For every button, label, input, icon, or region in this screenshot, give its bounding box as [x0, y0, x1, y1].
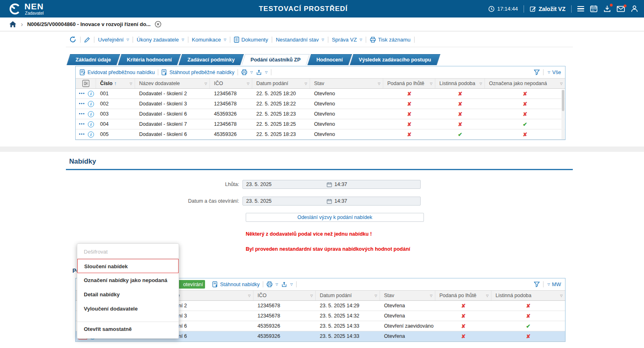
- column-header-ico[interactable]: IČO▽: [253, 291, 316, 300]
- divider: [263, 281, 263, 287]
- column-header-nepodana[interactable]: Označena jako nepodaná▽: [485, 79, 565, 88]
- calendar-small-icon[interactable]: [327, 199, 332, 204]
- table-row[interactable]: •••i 001 Dodavatel - školení 2 12345678 …: [76, 89, 565, 99]
- filter-toggle-icon[interactable]: ▽: [560, 294, 563, 298]
- column-header-ico[interactable]: IČO▽: [210, 79, 252, 88]
- cell-listinna: ✘: [435, 119, 485, 129]
- stahnout-predbezne-nabidky-button[interactable]: Stáhnout předběžné nabídky: [162, 69, 234, 75]
- session-clock: 17:14:44: [488, 6, 518, 12]
- menu-item-slouceni-nabidek[interactable]: Sloučení nabídek: [77, 259, 179, 273]
- tab-zadavaci-podminky[interactable]: Zadávací podmínky: [179, 54, 244, 65]
- otevirani-date-value[interactable]: 23. 5. 2025: [243, 198, 327, 204]
- menu-komunikace[interactable]: Komunikace▽: [192, 37, 227, 43]
- filter-icon[interactable]: [534, 69, 540, 75]
- otevirani-input[interactable]: 23. 5. 2025 14:37: [242, 197, 421, 206]
- cell-datum: 22. 5. 2025 18:23: [252, 129, 310, 139]
- table-row[interactable]: •••i 005 Dodavatel - školení 6 45359326 …: [76, 129, 565, 140]
- column-header-stav[interactable]: Stav▽: [380, 291, 435, 300]
- menu-item-vylouceni-dodavatele[interactable]: Vyloučení dodavatele: [77, 302, 179, 316]
- lhuta-date-value[interactable]: 23. 5. 2025: [243, 182, 327, 187]
- info-icon[interactable]: i: [88, 111, 94, 117]
- column-header-datum[interactable]: Datum podání▽: [316, 291, 380, 300]
- print-table-button[interactable]: ▽: [266, 281, 278, 287]
- column-settings-icon[interactable]: [82, 80, 90, 87]
- table-row[interactable]: •••i 003 Dodavatel - školení 6 45359326 …: [76, 109, 565, 119]
- filter-toggle-icon[interactable]: ▽: [480, 82, 482, 85]
- column-header-nazev[interactable]: Název dodavatele▽: [135, 79, 210, 88]
- nen-logo-icon[interactable]: [9, 3, 21, 15]
- column-header-po-lhute[interactable]: Podaná po lhůtě▽: [383, 79, 435, 88]
- menu-nestandardni-stav[interactable]: Nestandardní stav▽: [276, 37, 324, 43]
- filter-toggle-icon[interactable]: ▽: [430, 294, 432, 298]
- stahnout-nabidky-button[interactable]: Stáhnout nabídky: [212, 281, 260, 287]
- export-table-button[interactable]: ▽: [256, 69, 267, 75]
- mail-icon[interactable]: [617, 6, 625, 12]
- info-icon[interactable]: i: [88, 91, 94, 97]
- user-icon[interactable]: [631, 5, 638, 13]
- column-header-stav[interactable]: Stav▽: [310, 79, 383, 88]
- menu-item-otevrit-samostatne[interactable]: Otevřít samostatně: [77, 322, 179, 336]
- menu-item-oznaceni-nepodana[interactable]: Označení nabídky jako nepodaná: [77, 273, 179, 287]
- menu-tisk-zaznamu[interactable]: Tisk záznamu: [370, 37, 410, 43]
- menu-uverejneni[interactable]: Uveřejnění▽: [98, 37, 129, 43]
- zalozit-vz-button[interactable]: Založit VZ: [530, 6, 565, 12]
- export-table-button[interactable]: ▽: [281, 281, 293, 287]
- undo-icon[interactable]: [69, 36, 76, 43]
- calendar-icon[interactable]: [590, 5, 598, 13]
- table-row[interactable]: •••i 004 Dodavatel - školení 7 12345678 …: [76, 119, 565, 129]
- divider: [158, 69, 158, 75]
- menu-ukony-zadavatele[interactable]: Úkony zadavatele▽: [137, 37, 184, 43]
- filter-toggle-icon[interactable]: ▽: [248, 294, 251, 298]
- column-header-listinna[interactable]: Listinná podoba▽: [491, 291, 565, 300]
- tab-kriteria-hodnoceni[interactable]: Kritéria hodnocení: [118, 54, 181, 65]
- download-icon[interactable]: [603, 5, 611, 13]
- filter-toggle-icon[interactable]: ▽: [305, 82, 307, 85]
- column-header-cislo[interactable]: Číslo↑ ▽: [96, 79, 135, 88]
- filter-toggle-icon[interactable]: ▽: [486, 294, 489, 298]
- info-icon[interactable]: i: [88, 121, 94, 127]
- menu-sprava-vz[interactable]: Správa VZ▽: [332, 37, 362, 43]
- filter-toggle-icon[interactable]: ▽: [378, 82, 380, 85]
- tab-zakladni-udaje[interactable]: Základní údaje: [67, 54, 120, 65]
- calendar-small-icon[interactable]: [327, 182, 332, 187]
- odeslani-vyzvy-button[interactable]: Odeslání výzvy k podání nabídek: [246, 213, 424, 222]
- filter-toggle-icon[interactable]: ▽: [430, 82, 432, 85]
- hamburger-menu-icon[interactable]: [577, 6, 584, 11]
- filter-toggle-icon[interactable]: ▽: [130, 82, 132, 85]
- view-selector[interactable]: ▽ MW: [547, 282, 561, 287]
- row-menu-icon[interactable]: •••: [79, 112, 85, 116]
- menu-dokumenty[interactable]: Dokumenty: [234, 37, 268, 43]
- tab-podani-ucastniku-zp[interactable]: Podání účastníků ZP: [242, 54, 310, 65]
- filter-toggle-icon[interactable]: ▽: [310, 294, 313, 298]
- info-icon[interactable]: i: [88, 101, 94, 107]
- evidovat-predbeznou-nabidku-button[interactable]: Evidovat předběžnou nabídku: [80, 69, 155, 75]
- print-table-button[interactable]: ▽: [241, 69, 253, 75]
- table-row[interactable]: •••i 002 Dodavatel - školení 3 12345678 …: [76, 99, 565, 109]
- row-menu-icon[interactable]: •••: [79, 122, 85, 126]
- filter-toggle-icon[interactable]: ▽: [247, 82, 249, 85]
- otevirani-time-value[interactable]: 14:37: [334, 198, 347, 204]
- filter-toggle-icon[interactable]: ▽: [375, 294, 377, 298]
- column-header-po-lhute[interactable]: Podaná po lhůtě▽: [435, 291, 491, 300]
- filter-toggle-icon[interactable]: ▽: [560, 82, 563, 85]
- row-menu-icon[interactable]: •••: [79, 92, 85, 96]
- tab-vysledek-zadavaciho-postupu[interactable]: Výsledek zadávacího postupu: [349, 54, 440, 65]
- cell-ico: 45359326: [210, 109, 252, 119]
- filter-toggle-icon[interactable]: ▽: [205, 82, 207, 85]
- edit-icon[interactable]: [84, 37, 90, 43]
- home-icon[interactable]: [9, 21, 17, 28]
- column-header-listinna[interactable]: Listinná podoba▽: [435, 79, 485, 88]
- close-record-icon[interactable]: [155, 21, 162, 28]
- info-icon[interactable]: i: [88, 131, 94, 138]
- tab-hodnoceni[interactable]: Hodnocení: [308, 54, 352, 65]
- filter-icon[interactable]: [534, 281, 540, 287]
- lhuta-input[interactable]: 23. 5. 2025 14:37: [242, 180, 421, 189]
- breadcrumb-item[interactable]: N006/25/V00004860 - Inovace v rozvoji ří…: [27, 21, 151, 27]
- lhuta-time-value[interactable]: 14:37: [334, 182, 347, 187]
- table-scrollbar[interactable]: [561, 90, 565, 139]
- row-menu-icon[interactable]: •••: [79, 102, 85, 106]
- column-header-datum[interactable]: Datum podání▽: [252, 79, 310, 88]
- row-menu-icon[interactable]: •••: [79, 132, 85, 136]
- view-selector[interactable]: ▽ Vše: [547, 70, 561, 75]
- menu-item-detail-nabidky[interactable]: Detail nabídky: [77, 287, 179, 302]
